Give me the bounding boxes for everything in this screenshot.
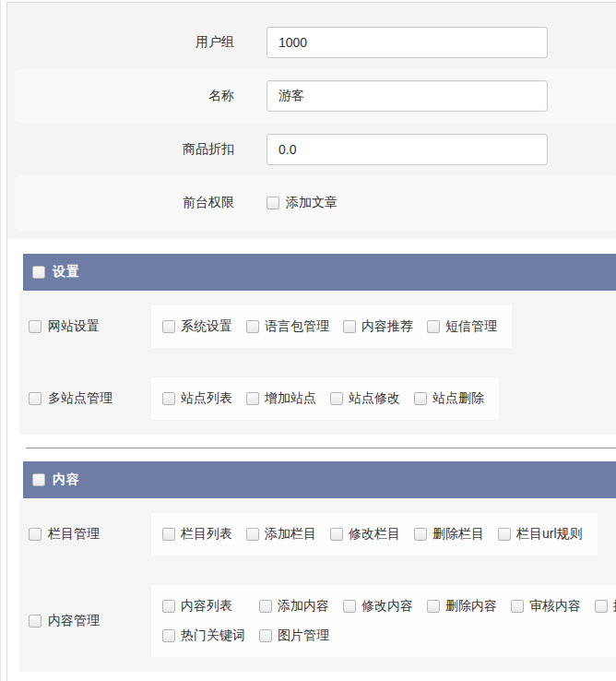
section-header: 设置 <box>23 254 616 291</box>
form-row: 前台权限添加文章 <box>15 176 616 230</box>
section-body: 网站设置系统设置语言包管理内容推荐短信管理多站点管理站点列表增加站点站点修改站点… <box>19 291 616 435</box>
form-row: 名称 <box>15 69 616 123</box>
permission-checkbox[interactable] <box>259 600 272 613</box>
permission-option: 修改栏目 <box>330 526 400 543</box>
options-line: 内容列表添加内容修改内容删除内容审核内容推荐位设置 <box>162 591 616 621</box>
permission-option: 增加站点 <box>246 390 316 407</box>
permission-option: 推荐位设置 <box>595 598 616 615</box>
permission-label: 删除内容 <box>445 598 497 615</box>
permission-label: 修改栏目 <box>349 526 400 543</box>
form-row: 用户组 <box>7 16 616 69</box>
permission-label: 站点修改 <box>349 390 400 407</box>
permission-checkbox[interactable] <box>343 320 356 333</box>
permission-option: 站点删除 <box>414 390 484 407</box>
permission-row: 内容管理内容列表添加内容修改内容删除内容审核内容推荐位设置热门关键词图片管理 <box>19 585 616 657</box>
section-body: 栏目管理栏目列表添加栏目修改栏目删除栏目栏目url规则内容管理内容列表添加内容修… <box>19 498 616 672</box>
divider-line <box>26 448 616 448</box>
checkbox-label: 添加文章 <box>286 195 338 211</box>
permission-option: 内容列表 <box>162 598 232 615</box>
permission-label: 内容列表 <box>181 598 232 615</box>
field-label: 用户组 <box>7 34 234 51</box>
field-label: 商品折扣 <box>7 141 234 158</box>
module-checkbox[interactable] <box>29 320 41 333</box>
permission-checkbox[interactable] <box>427 320 440 333</box>
options-line: 栏目列表添加栏目修改栏目删除栏目栏目url规则 <box>162 520 586 549</box>
module-label: 网站设置 <box>48 318 100 335</box>
section-header: 内容 <box>23 461 616 498</box>
permission-option: 审核内容 <box>511 598 581 615</box>
section-title: 设置 <box>53 264 80 281</box>
permission-checkbox[interactable] <box>246 320 259 333</box>
options-line: 站点列表增加站点站点修改站点删除 <box>162 384 488 413</box>
permission-checkbox[interactable] <box>498 528 511 541</box>
section-select-all-checkbox[interactable] <box>32 266 45 279</box>
permission-checkbox[interactable] <box>343 600 356 613</box>
module-label: 内容管理 <box>48 613 100 629</box>
main-panel: 用户组名称商品折扣前台权限添加文章 设置网站设置系统设置语言包管理内容推荐短信管… <box>6 2 616 681</box>
permission-label: 语言包管理 <box>265 318 329 335</box>
permission-checkbox[interactable] <box>162 629 175 642</box>
permission-option: 删除内容 <box>427 598 497 615</box>
permission-label: 系统设置 <box>181 318 232 335</box>
permission-checkbox[interactable] <box>414 392 427 405</box>
permission-checkbox[interactable] <box>246 392 259 405</box>
module-toggle: 多站点管理 <box>19 390 151 407</box>
module-label: 多站点管理 <box>48 390 113 407</box>
permission-checkbox[interactable] <box>595 600 608 613</box>
text-input[interactable] <box>267 134 548 165</box>
permission-label: 内容推荐 <box>361 318 413 335</box>
permission-checkbox[interactable] <box>246 528 259 541</box>
permission-option: 站点修改 <box>330 390 400 407</box>
permission-label: 添加栏目 <box>265 526 316 543</box>
permission-label: 删除栏目 <box>432 526 484 543</box>
options-box: 内容列表添加内容修改内容删除内容审核内容推荐位设置热门关键词图片管理 <box>151 585 616 657</box>
permission-checkbox[interactable] <box>162 320 175 333</box>
permission-checkbox[interactable] <box>330 392 343 405</box>
module-checkbox[interactable] <box>29 528 41 541</box>
permission-label: 增加站点 <box>265 390 316 407</box>
permission-label: 站点删除 <box>432 390 484 407</box>
permission-checkbox[interactable] <box>162 528 175 541</box>
permission-option: 添加内容 <box>259 598 329 615</box>
module-toggle: 栏目管理 <box>19 526 151 543</box>
permission-checkbox[interactable] <box>330 528 343 541</box>
module-checkbox[interactable] <box>29 615 41 627</box>
permission-label: 审核内容 <box>529 598 581 615</box>
permission-option: 删除栏目 <box>414 526 484 543</box>
section-select-all-checkbox[interactable] <box>32 473 45 486</box>
permission-checkbox[interactable] <box>162 392 175 405</box>
module-label: 栏目管理 <box>48 526 100 543</box>
permission-label: 栏目url规则 <box>516 526 583 543</box>
text-input[interactable] <box>267 80 548 112</box>
permission-option: 添加栏目 <box>246 526 316 543</box>
permission-row: 栏目管理栏目列表添加栏目修改栏目删除栏目栏目url规则 <box>19 513 616 556</box>
text-input[interactable] <box>267 27 548 58</box>
permission-section: 内容栏目管理栏目列表添加栏目修改栏目删除栏目栏目url规则内容管理内容列表添加内… <box>7 461 616 672</box>
permission-label: 图片管理 <box>278 627 329 644</box>
permission-checkbox[interactable] <box>259 629 272 642</box>
permission-checkbox[interactable] <box>414 528 427 541</box>
permission-option: 栏目url规则 <box>498 526 583 543</box>
permission-option: 图片管理 <box>259 627 329 644</box>
spacer <box>7 239 616 254</box>
permission-label: 添加内容 <box>278 598 329 615</box>
usergroup-form: 用户组名称商品折扣前台权限添加文章 <box>7 3 616 239</box>
options-box: 系统设置语言包管理内容推荐短信管理 <box>151 305 512 348</box>
permission-option: 栏目列表 <box>162 526 232 543</box>
section-divider <box>7 435 616 461</box>
permission-checkbox[interactable] <box>427 600 440 613</box>
field-control <box>267 27 548 58</box>
module-toggle: 网站设置 <box>19 318 151 335</box>
field-control <box>267 134 548 165</box>
permission-checkbox[interactable] <box>511 600 524 613</box>
permission-option: 热门关键词 <box>162 627 245 644</box>
options-box: 站点列表增加站点站点修改站点删除 <box>151 377 499 420</box>
options-box: 栏目列表添加栏目修改栏目删除栏目栏目url规则 <box>151 513 598 556</box>
field-control <box>267 80 548 112</box>
module-toggle: 内容管理 <box>19 613 151 629</box>
permission-checkbox[interactable] <box>267 197 279 209</box>
permission-option: 内容推荐 <box>343 318 413 335</box>
permission-checkbox[interactable] <box>162 600 175 613</box>
module-checkbox[interactable] <box>29 392 41 405</box>
permission-label: 短信管理 <box>445 318 497 335</box>
